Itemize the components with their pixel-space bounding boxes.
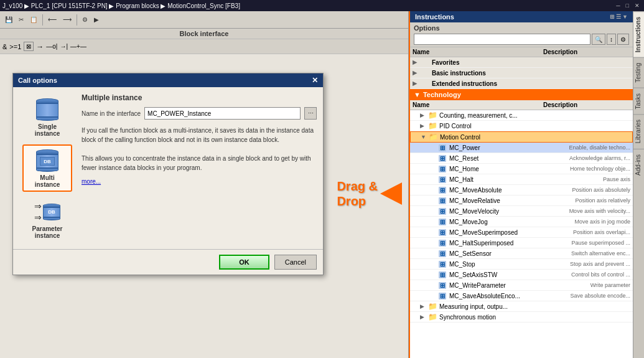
toolbar-btn-5[interactable]: ⟶: [60, 15, 74, 24]
motion-control-item[interactable]: ▼ 📁 Motion Control: [410, 131, 633, 143]
mc-movevel-desc: Move axis with velocity...: [569, 208, 630, 214]
multi-instance-option[interactable]: DB Multiinstance: [22, 144, 72, 192]
mc-writeparam-item[interactable]: ⊞ MC_WriteParameter Write parameter: [410, 280, 633, 291]
name-input[interactable]: [144, 107, 301, 120]
logic-ge1[interactable]: >=1: [9, 43, 21, 50]
mc-home-item[interactable]: ⊞ MC_Home Home technology obje...: [410, 164, 633, 174]
mc-halt-label: MC_Halt: [449, 176, 603, 183]
search-btn[interactable]: 🔍: [592, 34, 605, 45]
favorites-label: Favorites: [432, 59, 630, 66]
counting-item[interactable]: ▶ 📁 Counting, measurement, c...: [410, 110, 633, 121]
mc-reset-item[interactable]: ⊞ MC_Reset Acknowledge alarms, r...: [410, 153, 633, 164]
mc-movevel-item[interactable]: ⊞ MC_MoveVelocity Move axis with velocit…: [410, 206, 633, 217]
name-edit-btn[interactable]: ⋯: [304, 107, 317, 120]
vtab-tasks[interactable]: Tasks: [633, 88, 644, 115]
mc-setsensor-item[interactable]: ⊞ MC_SetSensor Switch alternative enc...: [410, 248, 633, 259]
mc-movesup-label: MC_MoveSuperimposed: [449, 229, 573, 236]
basic-icon: [420, 69, 430, 77]
assign-btn[interactable]: →|: [60, 43, 68, 50]
mc-movejog-desc: Move axis in jog mode: [574, 219, 630, 225]
minimize-btn[interactable]: ─: [614, 2, 622, 9]
toolbar-btn-2[interactable]: ✂: [16, 15, 26, 24]
vtab-libraries[interactable]: Libraries: [633, 114, 644, 148]
drag-drop-arrow: [380, 182, 402, 205]
vtab-addins[interactable]: Add-ins: [633, 149, 644, 181]
mc-stop-label: MC_Stop: [449, 261, 570, 268]
logic-and[interactable]: &: [2, 43, 7, 50]
secondary-toolbar: & >=1 ⊠ → —o| →| —+—: [0, 39, 408, 54]
mc-movevel-label: MC_MoveVelocity: [449, 208, 569, 215]
sync-label: Synchronous motion: [439, 314, 630, 321]
mc-haltsup-item[interactable]: ⊞ MC_HaltSuperimposed Pause superimposed…: [410, 238, 633, 248]
extended-icon: [420, 80, 430, 87]
mc-setaxisstw-item[interactable]: ⊞ MC_SetAxisSTW Control bits of control …: [410, 270, 633, 280]
mc-setaxisstw-func-icon: ⊞: [437, 271, 447, 278]
toolbar-btn-4[interactable]: ⟵: [45, 15, 59, 24]
title-text: J_v100 ▶ PLC_1 [CPU 1515TF-2 PN] ▶ Progr…: [2, 2, 240, 9]
mc-power-item[interactable]: ⊞ MC_Power Enable, disable techno...: [410, 143, 633, 153]
basic-label: Basic instructions: [432, 70, 630, 77]
more-link[interactable]: more...: [82, 178, 101, 185]
mc-saveabs-item[interactable]: ⊞ MC_SaveAbsoluteEnco... Save absolute e…: [410, 291, 633, 301]
mc-stop-item[interactable]: ⊞ MC_Stop Stop axis and prevent ...: [410, 259, 633, 270]
branch-btn[interactable]: —+—: [70, 43, 86, 50]
sort-btn[interactable]: ↕: [607, 34, 616, 45]
coil-btn[interactable]: →: [36, 42, 44, 51]
mc-power-label: MC_Power: [449, 144, 569, 151]
mc-movejog-item[interactable]: ⊞ MC_MoveJog Move axis in jog mode: [410, 217, 633, 227]
param-instance-option[interactable]: ⇒ ⇒ DB: [22, 195, 72, 243]
mc-home-func-icon: ⊞: [437, 165, 447, 172]
toolbar-btn-1[interactable]: 💾: [2, 15, 15, 24]
mc-writeparam-desc: Write parameter: [590, 282, 630, 288]
close-btn[interactable]: ✕: [633, 2, 642, 9]
header-btn-2[interactable]: ☰: [616, 14, 621, 20]
technology-label: Technology: [423, 91, 461, 98]
extended-instructions-item[interactable]: ▶ Extended instructions: [410, 78, 633, 89]
header-btn-3[interactable]: ▼: [622, 14, 628, 20]
toolbar-btn-compile[interactable]: ⚙: [80, 15, 90, 24]
dialog-close-btn[interactable]: ✕: [312, 76, 318, 85]
favorites-item[interactable]: ▶ Favorites: [410, 57, 633, 68]
vtab-testing[interactable]: Testing: [633, 57, 644, 88]
single-instance-option[interactable]: Singleinstance: [22, 93, 72, 141]
mc-moveabs-item[interactable]: ⊞ MC_MoveAbsolute Position axis absolute…: [410, 185, 633, 195]
col-desc-header: Description: [543, 49, 630, 55]
mc-moverel-label: MC_MoveRelative: [449, 197, 575, 204]
options-label: Options: [414, 24, 629, 32]
toolbar-sep-1: [42, 14, 43, 26]
ok-button[interactable]: OK: [219, 255, 269, 270]
dialog-footer: OK Cancel: [13, 249, 323, 275]
mc-movevel-func-icon: ⊞: [437, 207, 447, 215]
toolbar-btn-run[interactable]: ▶: [91, 15, 101, 24]
tree-header: Name Description: [410, 47, 633, 57]
basic-instructions-item[interactable]: ▶ Basic instructions: [410, 68, 633, 78]
block-interface-header: Block interface: [0, 29, 408, 39]
sync-item[interactable]: ▶ 📁 Synchronous motion: [410, 312, 633, 323]
search-input[interactable]: [414, 34, 590, 45]
filter-btn[interactable]: ⚙: [617, 34, 629, 45]
header-btn-1[interactable]: ⊞: [610, 14, 615, 20]
toolbar-btn-3[interactable]: 📋: [27, 15, 40, 24]
maximize-btn[interactable]: □: [624, 2, 631, 9]
technology-header[interactable]: ▼ Technology: [410, 89, 633, 100]
measuring-item[interactable]: ▶ 📁 Measuring input, outpu...: [410, 301, 633, 312]
mc-saveabs-func-icon: ⊞: [437, 292, 447, 299]
cancel-button[interactable]: Cancel: [274, 255, 317, 270]
mc-setsensor-func-icon: ⊞: [437, 250, 447, 257]
drag-drop-annotation: Drag &Drop: [337, 179, 402, 209]
contact-btn[interactable]: ⊠: [24, 42, 34, 51]
title-bar: J_v100 ▶ PLC_1 [CPU 1515TF-2 PN] ▶ Progr…: [0, 0, 644, 11]
nopen-btn[interactable]: —o|: [46, 43, 57, 50]
col-desc-header2: Description: [543, 101, 630, 108]
mc-writeparam-func-icon: ⊞: [437, 281, 447, 289]
favorites-icon: [420, 59, 430, 66]
mc-movejog-label: MC_MoveJog: [449, 219, 574, 225]
counting-arrow: ▶: [420, 112, 427, 118]
pid-item[interactable]: ▶ 📁 PID Control: [410, 121, 633, 131]
mc-halt-item[interactable]: ⊞ MC_Halt Pause axis: [410, 174, 633, 185]
mc-moverel-item[interactable]: ⊞ MC_MoveRelative Position axis relative…: [410, 195, 633, 206]
mc-moverel-desc: Position axis relatively: [575, 197, 630, 204]
mc-reset-func-icon: ⊞: [437, 154, 447, 162]
vtab-instructions[interactable]: Instructions: [633, 11, 644, 57]
mc-movesup-item[interactable]: ⊞ MC_MoveSuperimposed Position axis over…: [410, 227, 633, 238]
